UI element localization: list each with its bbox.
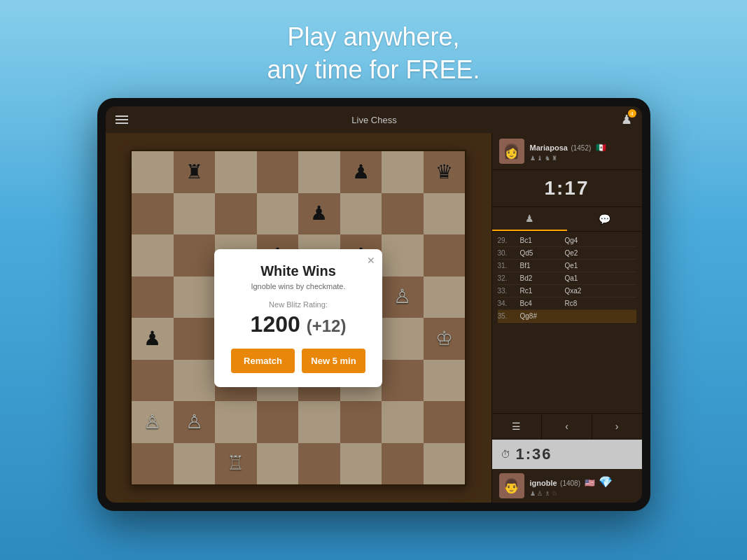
player-pieces: ♟ ♙ ♗ ♘ [530, 490, 613, 497]
move-row-3[interactable]: 32. Bd2 Qa1 [498, 272, 636, 285]
dialog-close-button[interactable]: ✕ [367, 255, 375, 266]
move-num-0: 29. [498, 237, 517, 244]
opponent-info: 👩 Mariaposa (1452) 🇲🇽 ♟ ♝ ♞ ♜ [492, 133, 642, 170]
move-black-2: Qe1 [565, 262, 607, 270]
player-info: 👨 ignoble (1408) 🇺🇸 💎 ♟ ♙ ♗ ♘ [492, 469, 642, 503]
hero-line1: Play anywhere, [0, 21, 747, 54]
move-num-2: 31. [498, 262, 517, 270]
next-move-button[interactable]: › [592, 414, 642, 439]
dialog-title: White Wins [231, 263, 365, 279]
move-black-1: Qe2 [565, 249, 607, 257]
move-row-0[interactable]: 29. Bc1 Qg4 [498, 234, 636, 247]
move-row-1[interactable]: 30. Qd5 Qe2 [498, 247, 636, 260]
rematch-button[interactable]: Rematch [231, 349, 295, 373]
opponent-timer: 1:17 [499, 177, 635, 200]
opponent-avatar: 👩 [499, 139, 524, 164]
move-num-5: 34. [498, 300, 517, 307]
hero-line2: any time for FREE. [0, 54, 747, 87]
tablet-frame: Live Chess ♟ 4 ♜♟♛♟♟♟♙♟♙♔♟♙♙♖ ✕ White Wi… [97, 98, 650, 511]
timer-icon: ⏱ [501, 449, 510, 460]
opponent-timer-box: 1:17 [492, 170, 642, 207]
opponent-name-row: Mariaposa (1452) 🇲🇽 [530, 141, 606, 153]
rating-number: 1200 [251, 312, 300, 337]
opponent-rating: (1452) [571, 144, 591, 152]
move-row-2[interactable]: 31. Bf1 Qe1 [498, 260, 636, 272]
move-white-6: Qg8# [520, 312, 562, 320]
notification-badge: 4 [628, 109, 636, 118]
move-white-5: Bc4 [520, 300, 562, 307]
move-white-0: Bc1 [520, 237, 562, 244]
new-game-button[interactable]: New 5 min [302, 349, 365, 373]
move-row-6[interactable]: 35. Qg8# [498, 310, 636, 323]
nav-buttons: ☰ ‹ › [492, 413, 642, 440]
notification-icon[interactable]: ♟ 4 [621, 112, 632, 127]
player-captured-pieces: ♟ ♙ ♗ ♘ [530, 490, 558, 497]
move-tabs: ♟ 💬 [492, 207, 642, 232]
player-name: ignoble [530, 479, 557, 487]
rating-change: (+12) [307, 316, 347, 335]
move-black-5: Rc8 [565, 300, 607, 307]
player-diamond: 💎 [599, 476, 613, 488]
board-area: ♜♟♛♟♟♟♙♟♙♔♟♙♙♖ ✕ White Wins Ignoble wins… [106, 133, 491, 503]
player-flag: 🇺🇸 [585, 478, 595, 488]
move-white-4: Rc1 [520, 287, 562, 295]
dialog-overlay: ✕ White Wins Ignoble wins by checkmate. … [106, 133, 491, 503]
player-timer-box: ⏱ 1:36 [492, 440, 642, 469]
main-content: ♜♟♛♟♟♟♙♟♙♔♟♙♙♖ ✕ White Wins Ignoble wins… [106, 133, 642, 503]
move-num-4: 33. [498, 287, 517, 295]
result-dialog: ✕ White Wins Ignoble wins by checkmate. … [214, 249, 382, 387]
move-row-5[interactable]: 34. Bc4 Rc8 [498, 298, 636, 310]
chat-tab-icon: 💬 [599, 214, 610, 225]
opponent-pieces: ♟ ♝ ♞ ♜ [530, 155, 606, 162]
move-num-1: 30. [498, 249, 517, 257]
moves-tab[interactable]: ♟ [492, 207, 567, 231]
player-avatar-emoji: 👨 [503, 477, 520, 494]
move-black-0: Qg4 [565, 237, 607, 244]
chat-tab[interactable]: 💬 [567, 207, 642, 231]
move-black-6 [565, 312, 607, 320]
rating-label: New Blitz Rating: [231, 300, 365, 309]
top-bar-title: Live Chess [351, 115, 396, 125]
rating-value: 1200 (+12) [231, 312, 365, 337]
dialog-subtitle: Ignoble wins by checkmate. [231, 282, 365, 290]
dialog-buttons: Rematch New 5 min [231, 349, 365, 373]
move-num-6: 35. [498, 312, 517, 320]
opponent-flag: 🇲🇽 [596, 143, 606, 153]
opponent-captured-pieces: ♟ ♝ ♞ ♜ [530, 155, 558, 162]
opponent-details: Mariaposa (1452) 🇲🇽 ♟ ♝ ♞ ♜ [530, 141, 606, 162]
player-name-row: ignoble (1408) 🇺🇸 💎 [530, 475, 613, 489]
move-black-4: Qxa2 [565, 287, 607, 295]
moves-tab-icon: ♟ [525, 213, 534, 224]
prev-move-button[interactable]: ‹ [542, 414, 592, 439]
opponent-avatar-emoji: 👩 [503, 143, 520, 160]
tablet-screen: Live Chess ♟ 4 ♜♟♛♟♟♟♙♟♙♔♟♙♙♖ ✕ White Wi… [106, 106, 642, 503]
move-list: 29. Bc1 Qg4 30. Qd5 Qe2 31. Bf1 Qe1 32. … [492, 232, 642, 413]
move-white-1: Qd5 [520, 249, 562, 257]
player-avatar: 👨 [499, 473, 524, 498]
move-white-2: Bf1 [520, 262, 562, 270]
player-rating: (1408) [560, 479, 580, 487]
top-bar: Live Chess ♟ 4 [106, 106, 642, 133]
hero-text: Play anywhere, any time for FREE. [0, 21, 747, 87]
move-list-button[interactable]: ☰ [492, 414, 543, 439]
opponent-name: Mariaposa [530, 144, 568, 152]
menu-button[interactable] [116, 115, 128, 124]
move-white-3: Bd2 [520, 274, 562, 282]
player-details: ignoble (1408) 🇺🇸 💎 ♟ ♙ ♗ ♘ [530, 475, 613, 497]
right-panel: 👩 Mariaposa (1452) 🇲🇽 ♟ ♝ ♞ ♜ [491, 133, 642, 503]
player-timer: 1:36 [516, 445, 552, 463]
move-black-3: Qa1 [565, 274, 607, 282]
move-row-4[interactable]: 33. Rc1 Qxa2 [498, 285, 636, 298]
move-num-3: 32. [498, 274, 517, 282]
